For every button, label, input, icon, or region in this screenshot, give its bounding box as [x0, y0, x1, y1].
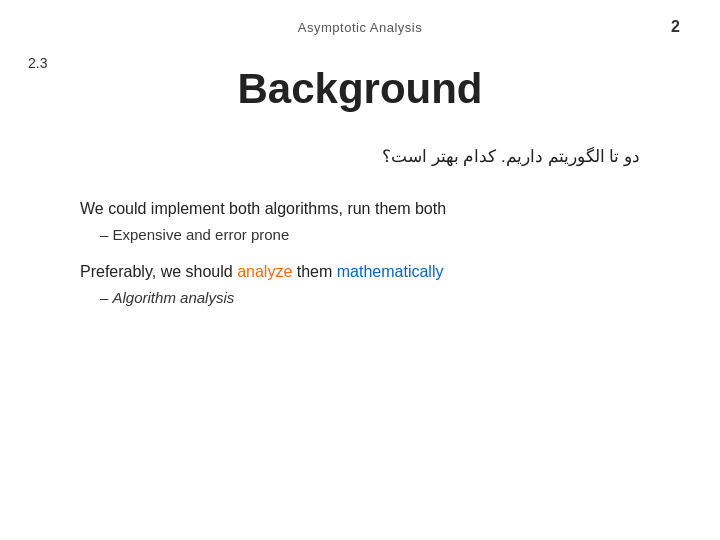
paragraph2-sub: Algorithm analysis [100, 289, 640, 306]
paragraph2-highlight1: analyze [237, 263, 292, 280]
paragraph2-highlight2: mathematically [337, 263, 444, 280]
paragraph2-section: Preferably, we should analyze them mathe… [80, 263, 640, 306]
section-heading: Background [40, 65, 680, 113]
paragraph1-section: We could implement both algorithms, run … [80, 200, 640, 243]
paragraph2-middle: them [292, 263, 336, 280]
paragraph1-sub: Expensive and error prone [100, 226, 640, 243]
paragraph2-prefix: Preferably, we should [80, 263, 237, 280]
slide-number: 2 [671, 18, 680, 36]
paragraph2-main: Preferably, we should analyze them mathe… [80, 263, 640, 281]
arabic-text: دو تا الگوریتم داریم. کدام بهتر است؟ [80, 143, 640, 170]
paragraph1-main: We could implement both algorithms, run … [80, 200, 640, 218]
slide-container: Asymptotic Analysis 2 2.3 Background دو … [0, 0, 720, 540]
section-label: 2.3 [28, 55, 47, 71]
slide-title: Asymptotic Analysis [40, 20, 680, 35]
